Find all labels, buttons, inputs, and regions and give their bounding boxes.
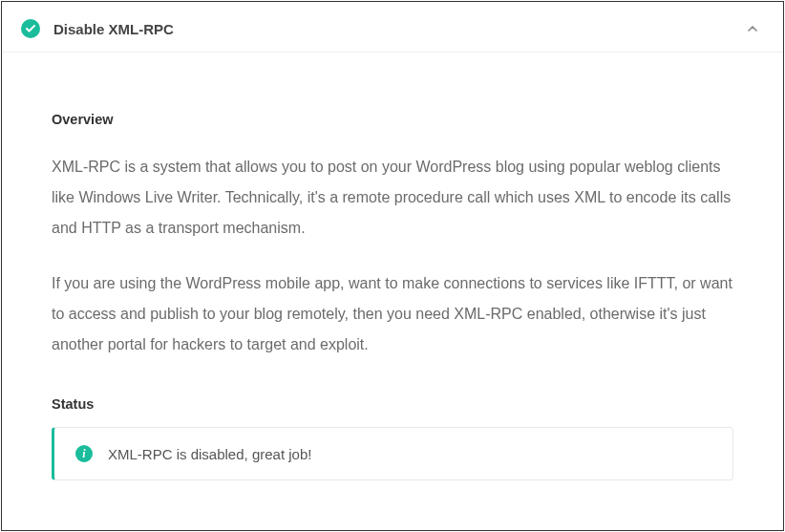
content-inner: Overview XML-RPC is a system that allows… [38,85,747,480]
info-icon: i [75,445,93,462]
status-heading: Status [52,396,733,412]
settings-panel: Disable XML-RPC Overview XML-RPC is a sy… [1,1,784,531]
accordion-header[interactable]: Disable XML-RPC [2,2,783,52]
overview-paragraph-2: If you are using the WordPress mobile ap… [52,268,733,360]
overview-paragraph-1: XML-RPC is a system that allows you to p… [52,152,733,244]
status-message: XML-RPC is disabled, great job! [108,446,311,462]
overview-heading: Overview [52,112,733,127]
check-circle-icon [21,19,40,38]
status-notice: i XML-RPC is disabled, great job! [52,427,733,480]
chevron-up-icon [745,21,760,36]
accordion-body: Overview XML-RPC is a system that allows… [2,52,783,480]
panel-title: Disable XML-RPC [53,21,745,37]
